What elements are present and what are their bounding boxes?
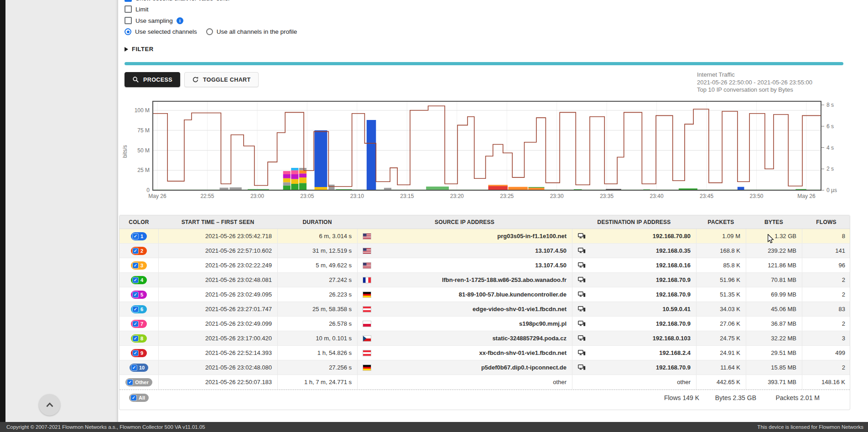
table-row-other[interactable]: ✓Other2021-05-26 22:50:07.1831 h, 7 m, 2… bbox=[120, 375, 850, 390]
use-all-channels-radio[interactable] bbox=[206, 28, 213, 35]
series-checkbox[interactable]: ✓ bbox=[133, 292, 138, 297]
source-ip-cell[interactable]: static-3248857294.poda.cz bbox=[357, 331, 572, 345]
series-badge-label: 8 bbox=[140, 336, 143, 341]
destination-ip-cell[interactable]: 192.168.0.35 bbox=[572, 244, 696, 258]
scroll-to-top-button[interactable] bbox=[39, 394, 60, 416]
packets-cell: 51.35 K bbox=[696, 287, 746, 302]
filter-section-toggle[interactable]: FILTER bbox=[125, 46, 154, 52]
use-sampling-checkbox[interactable] bbox=[125, 17, 132, 24]
column-header-2[interactable]: DURATION bbox=[277, 219, 357, 225]
table-row-9[interactable]: ✓92021-05-26 22:52:14.3931 h, 54.826 sxx… bbox=[120, 346, 850, 360]
series-badge[interactable]: ✓7 bbox=[131, 320, 147, 328]
response-time-step-line bbox=[153, 106, 821, 186]
series-checkbox[interactable]: ✓ bbox=[131, 365, 137, 370]
country-flag-at-icon bbox=[363, 350, 371, 356]
table-row-6[interactable]: ✓62021-05-26 23:27:01.74725 m, 58.358 se… bbox=[120, 302, 850, 317]
toggle-chart-button[interactable]: TOGGLE CHART bbox=[184, 72, 259, 87]
start-time-cell: 2021-05-26 23:02:48.080 bbox=[158, 360, 277, 375]
traffic-bar bbox=[738, 187, 744, 190]
destination-ip-cell[interactable]: 192.168.70.9 bbox=[572, 287, 696, 302]
destination-ip-cell[interactable]: 192.168.70.9 bbox=[572, 317, 696, 331]
y-left-tick: 100 M bbox=[135, 107, 150, 114]
search-icon bbox=[132, 76, 139, 83]
source-ip-cell[interactable]: 13.107.4.50 bbox=[357, 258, 572, 272]
series-badge[interactable]: ✓9 bbox=[131, 349, 147, 357]
all-badge[interactable]: ✓ All bbox=[129, 394, 149, 402]
start-time-cell: 2021-05-26 23:02:22.249 bbox=[158, 258, 277, 272]
source-ip-cell[interactable]: 13.107.4.50 bbox=[357, 244, 572, 258]
series-checkbox[interactable]: ✓ bbox=[133, 248, 138, 254]
series-badge[interactable]: ✓5 bbox=[131, 291, 147, 299]
chart-title: Internet Traffic bbox=[697, 71, 812, 79]
source-ip-cell[interactable]: p5def0b67.dip0.t-ipconnect.de bbox=[357, 360, 572, 375]
column-header-6[interactable]: BYTES bbox=[746, 219, 802, 225]
info-icon[interactable]: i bbox=[177, 17, 183, 24]
destination-ip-cell[interactable]: 10.59.0.41 bbox=[572, 302, 696, 316]
destination-ip-cell[interactable]: other bbox=[572, 375, 696, 389]
table-row-5[interactable]: ✓52021-05-26 23:02:49.09526.223 s81-89-1… bbox=[120, 287, 850, 302]
series-badge[interactable]: ✓Other bbox=[125, 378, 152, 386]
series-checkbox[interactable]: ✓ bbox=[133, 336, 138, 341]
traffic-bar bbox=[283, 178, 291, 182]
source-ip-cell[interactable]: other bbox=[357, 375, 572, 389]
table-row-2[interactable]: ✓22021-05-26 22:57:10.60231 m, 12.519 s1… bbox=[120, 244, 850, 258]
source-ip-cell[interactable]: lfbn-ren-1-1725-188.w86-253.abo.wanadoo.… bbox=[357, 273, 572, 287]
table-row-3[interactable]: ✓32021-05-26 23:02:22.2495 m, 49.622 s13… bbox=[120, 258, 850, 273]
series-checkbox[interactable]: ✓ bbox=[133, 277, 138, 283]
destination-ip-cell[interactable]: 192.168.0.16 bbox=[572, 258, 696, 272]
y-left-tick: 50 M bbox=[137, 147, 150, 154]
column-header-5[interactable]: PACKETS bbox=[696, 219, 746, 225]
x-axis-tick: 23:45 bbox=[700, 193, 713, 199]
column-header-4[interactable]: DESTINATION IP ADDRESS bbox=[572, 219, 696, 225]
series-checkbox[interactable]: ✓ bbox=[133, 350, 138, 356]
destination-ip-cell[interactable]: 192.168.0.103 bbox=[572, 331, 696, 345]
traffic-bar bbox=[508, 187, 527, 190]
destination-ip-cell[interactable]: 192.168.70.9 bbox=[572, 273, 696, 287]
table-all-row[interactable]: ✓ All Flows 149 K Bytes 2.35 GB Packets … bbox=[120, 390, 850, 405]
series-checkbox[interactable]: ✓ bbox=[133, 234, 138, 239]
packets-cell: 24.91 K bbox=[696, 346, 746, 360]
x-axis-tick: 23:20 bbox=[450, 193, 464, 199]
second-chart-label: Show second chart for value 'other' bbox=[135, 0, 231, 2]
channels-radio-row: Use selected channels Use all channels i… bbox=[125, 28, 297, 35]
source-ip-cell[interactable]: edge-video-shv-01-vie1.fbcdn.net bbox=[357, 302, 572, 316]
x-axis-tick: 22:55 bbox=[200, 193, 214, 199]
traffic-chart[interactable]: May 2622:5523:0023:0523:1023:1523:2023:2… bbox=[120, 97, 849, 205]
table-row-1[interactable]: ✓12021-05-26 23:05:42.7186 m, 3.014 sprg… bbox=[120, 229, 850, 244]
table-row-10[interactable]: ✓102021-05-26 23:02:48.08027.256 sp5def0… bbox=[120, 360, 850, 375]
table-row-7[interactable]: ✓72021-05-26 23:02:49.09926.578 ss198pc9… bbox=[120, 317, 850, 331]
series-checkbox[interactable]: ✓ bbox=[133, 321, 138, 327]
series-badge[interactable]: ✓8 bbox=[131, 334, 147, 343]
series-checkbox[interactable]: ✓ bbox=[133, 263, 138, 268]
traffic-bar bbox=[426, 187, 449, 190]
source-ip-cell[interactable]: xx-fbcdn-shv-01-vie1.fbcdn.net bbox=[357, 346, 572, 360]
limit-checkbox[interactable] bbox=[125, 5, 132, 13]
column-header-0[interactable]: COLOR bbox=[120, 219, 158, 225]
process-button[interactable]: PROCESS bbox=[125, 72, 180, 87]
destination-ip-cell[interactable]: 192.168.2.4 bbox=[572, 346, 696, 360]
column-header-7[interactable]: FLOWS bbox=[802, 219, 851, 225]
source-ip-cell[interactable]: 81-89-100-57.blue.kundencontroller.de bbox=[357, 287, 572, 302]
series-badge[interactable]: ✓10 bbox=[130, 364, 148, 372]
series-badge[interactable]: ✓3 bbox=[131, 261, 147, 270]
destination-ip-cell[interactable]: 192.168.70.9 bbox=[572, 360, 696, 375]
series-checkbox[interactable]: ✓ bbox=[127, 380, 133, 385]
traffic-bar bbox=[299, 177, 307, 183]
left-edge-strip bbox=[0, 0, 5, 422]
flows-cell: 499 bbox=[802, 346, 851, 360]
series-badge[interactable]: ✓4 bbox=[131, 276, 147, 284]
all-checkbox[interactable]: ✓ bbox=[131, 395, 136, 401]
table-row-8[interactable]: ✓82021-05-26 23:17:00.42010 m, 0.101 sst… bbox=[120, 331, 850, 346]
source-ip-cell[interactable]: prg03s05-in-f1.1e100.net bbox=[357, 229, 572, 243]
second-chart-checkbox[interactable]: ✓ bbox=[125, 0, 132, 2]
column-header-1[interactable]: START TIME – FIRST SEEN bbox=[158, 219, 277, 225]
use-selected-channels-radio[interactable] bbox=[125, 28, 131, 35]
series-badge[interactable]: ✓1 bbox=[131, 232, 147, 240]
series-checkbox[interactable]: ✓ bbox=[133, 307, 138, 312]
series-badge[interactable]: ✓2 bbox=[131, 247, 147, 255]
destination-ip-cell[interactable]: 192.168.70.80 bbox=[572, 229, 696, 243]
series-badge[interactable]: ✓6 bbox=[131, 305, 147, 313]
source-ip-cell[interactable]: s198pc90.mmj.pl bbox=[357, 317, 572, 331]
table-row-4[interactable]: ✓42021-05-26 23:02:48.08127.242 slfbn-re… bbox=[120, 273, 850, 287]
column-header-3[interactable]: SOURCE IP ADDRESS bbox=[357, 219, 572, 225]
